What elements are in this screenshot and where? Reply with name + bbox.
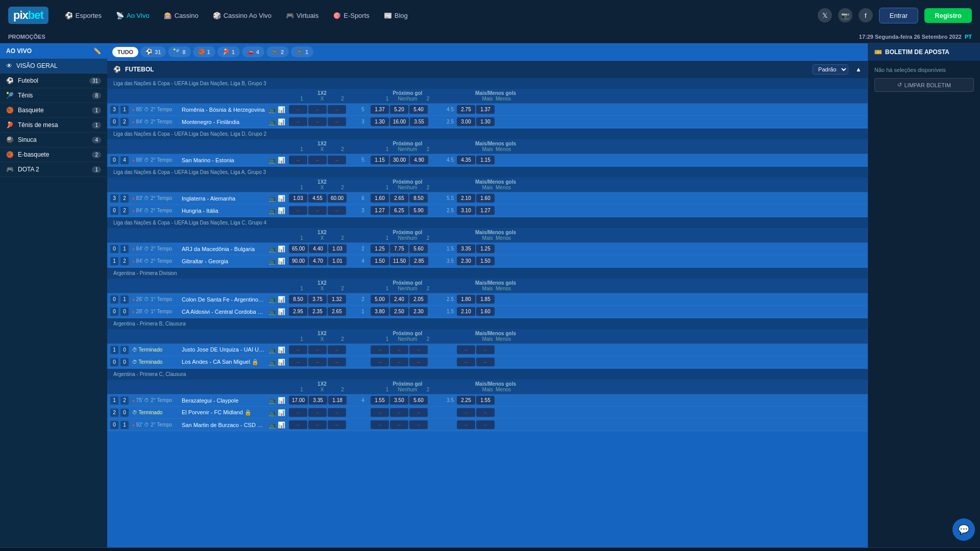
sidebar-tenis[interactable]: 🎾 Tênis 8	[0, 88, 107, 103]
nav-blog[interactable]: 📰 Blog	[378, 9, 414, 22]
stream-icon[interactable]: 📺	[268, 207, 276, 214]
filter-racing[interactable]: 🚗 4	[242, 46, 264, 57]
odd-x-button[interactable]: 2.35	[308, 307, 327, 316]
odd-1-button[interactable]: –	[289, 358, 307, 366]
next-goal-2-button[interactable]: –	[409, 345, 428, 354]
filter-table-tennis[interactable]: 🏓 1	[217, 46, 240, 57]
stream-icon[interactable]: 📺	[268, 308, 276, 315]
odd-2-button[interactable]: –	[328, 117, 346, 126]
match-name[interactable]: El Porvenir - FC Midland 🔒	[180, 409, 267, 416]
next-goal-1-button[interactable]: 5.00	[371, 295, 389, 304]
odd-2-button[interactable]: 1.03	[328, 244, 347, 253]
filter-esports[interactable]: 🎮 2	[266, 46, 289, 57]
stream-icon[interactable]: 📺	[268, 421, 276, 429]
match-name[interactable]: Gibraltar - Georgia	[180, 258, 267, 264]
more-markets[interactable]: 5	[355, 157, 371, 163]
clear-boletim-button[interactable]: ↺ LIMPAR BOLETIM	[874, 78, 974, 92]
odd-x-button[interactable]: –	[308, 156, 327, 164]
match-name[interactable]: Hungria - Itália	[180, 208, 267, 214]
stream-icon[interactable]: 📺	[268, 195, 276, 202]
more-markets[interactable]: 2	[355, 296, 371, 302]
mais-button[interactable]: 2.75	[457, 105, 475, 114]
stats-icon[interactable]: 📊	[278, 397, 285, 404]
mais-button[interactable]: 2.10	[457, 194, 475, 203]
more-markets[interactable]: 2	[355, 246, 371, 252]
stats-icon[interactable]: 📊	[278, 106, 285, 113]
mais-button[interactable]: –	[457, 358, 475, 366]
odd-1-button[interactable]: 17.00	[289, 396, 308, 405]
next-goal-1-button[interactable]: 1.55	[371, 396, 389, 405]
menos-button[interactable]: 1.15	[476, 156, 495, 164]
more-markets[interactable]: 3	[355, 208, 371, 213]
menos-button[interactable]: 1.60	[476, 194, 495, 203]
odd-1-button[interactable]: –	[289, 105, 307, 114]
more-markets[interactable]: 4	[355, 258, 371, 264]
more-markets[interactable]: 1	[355, 309, 371, 314]
odd-1-button[interactable]: –	[289, 345, 307, 354]
next-goal-2-button[interactable]: 5.60	[409, 244, 428, 253]
sidebar-visao-geral[interactable]: 👁 VISÃO GERAL	[0, 59, 107, 73]
sidebar-sinuca[interactable]: 🎱 Sinuca 4	[0, 133, 107, 147]
odd-1-button[interactable]: 1.03	[289, 194, 307, 203]
next-goal-1-button[interactable]: 1.27	[371, 206, 389, 215]
match-name[interactable]: Montenegro - Finlândia	[180, 119, 267, 125]
odd-2-button[interactable]: –	[328, 420, 346, 429]
stream-icon[interactable]: 📺	[268, 106, 276, 113]
odd-x-button[interactable]: –	[308, 408, 327, 417]
collapse-icon[interactable]: ▲	[855, 66, 862, 73]
odd-x-button[interactable]: 3.35	[309, 396, 327, 405]
stream-icon[interactable]: 📺	[268, 296, 276, 303]
stream-icon[interactable]: 📺	[268, 245, 276, 253]
next-goal-2-button[interactable]: 5.90	[409, 206, 428, 215]
menos-button[interactable]: 1.37	[476, 105, 495, 114]
match-name[interactable]: San Marino - Estonia	[180, 157, 267, 163]
stream-icon[interactable]: 📺	[268, 346, 276, 354]
next-goal-2-button[interactable]: –	[409, 408, 428, 417]
match-name[interactable]: Justo Jose DE Urquiza - UAI Urquiza 🔒	[180, 346, 267, 353]
language-selector[interactable]: PT	[965, 34, 972, 40]
mais-button[interactable]: 2.30	[457, 257, 475, 265]
stats-icon[interactable]: 📊	[278, 118, 285, 126]
next-goal-1-button[interactable]: 1.15	[371, 156, 389, 164]
odd-x-button[interactable]: –	[308, 105, 327, 114]
menos-button[interactable]: 1.27	[476, 206, 495, 215]
edit-icon[interactable]: ✏️	[93, 47, 101, 55]
stream-icon[interactable]: 📺	[268, 157, 276, 164]
odd-1-button[interactable]: 65.00	[289, 244, 308, 253]
sidebar-futebol[interactable]: ⚽ Futebol 31	[0, 73, 107, 88]
menos-button[interactable]: 1.60	[476, 307, 495, 316]
odd-2-button[interactable]: –	[328, 358, 346, 366]
stats-icon[interactable]: 📊	[278, 207, 285, 214]
mais-button[interactable]: 1.80	[457, 295, 475, 304]
more-markets[interactable]: 4	[355, 397, 371, 403]
match-name[interactable]: Berazategui - Claypole	[180, 397, 267, 404]
odd-x-button[interactable]: –	[308, 117, 327, 126]
odd-1-button[interactable]: –	[289, 408, 307, 417]
logo[interactable]: pixbet	[8, 7, 48, 24]
odd-2-button[interactable]: –	[328, 206, 346, 215]
sidebar-tenis-mesa[interactable]: 🏓 Tênis de mesa 1	[0, 118, 107, 133]
filter-dota[interactable]: 🎮 1	[291, 46, 313, 57]
next-goal-none-button[interactable]: 2.50	[390, 307, 408, 316]
next-goal-1-button[interactable]: 1.30	[371, 117, 389, 126]
facebook-icon[interactable]: f	[859, 8, 873, 22]
login-button[interactable]: Entrar	[879, 8, 918, 23]
match-name[interactable]: Colon De Santa Fe - Argentinos Juniors	[180, 296, 267, 303]
odd-1-button[interactable]: –	[289, 117, 307, 126]
stream-icon[interactable]: 📺	[268, 409, 276, 416]
odd-1-button[interactable]: –	[289, 156, 307, 164]
stats-icon[interactable]: 📊	[278, 195, 285, 202]
next-goal-none-button[interactable]: –	[390, 420, 408, 429]
odd-1-button[interactable]: 2.95	[289, 307, 307, 316]
odd-1-button[interactable]: 90.00	[289, 257, 308, 265]
match-name[interactable]: Romênia - Bósnia & Herzegovina	[180, 107, 267, 113]
next-goal-none-button[interactable]: 11.50	[390, 257, 409, 265]
next-goal-none-button[interactable]: –	[390, 345, 408, 354]
next-goal-1-button[interactable]: 1.60	[371, 194, 389, 203]
chat-button[interactable]: 💬	[952, 518, 975, 541]
next-goal-2-button[interactable]: 2.05	[409, 295, 428, 304]
next-goal-1-button[interactable]: 1.37	[371, 105, 389, 114]
next-goal-2-button[interactable]: 2.85	[410, 257, 428, 265]
stats-icon[interactable]: 📊	[278, 258, 285, 265]
mais-button[interactable]: 2.10	[457, 307, 475, 316]
